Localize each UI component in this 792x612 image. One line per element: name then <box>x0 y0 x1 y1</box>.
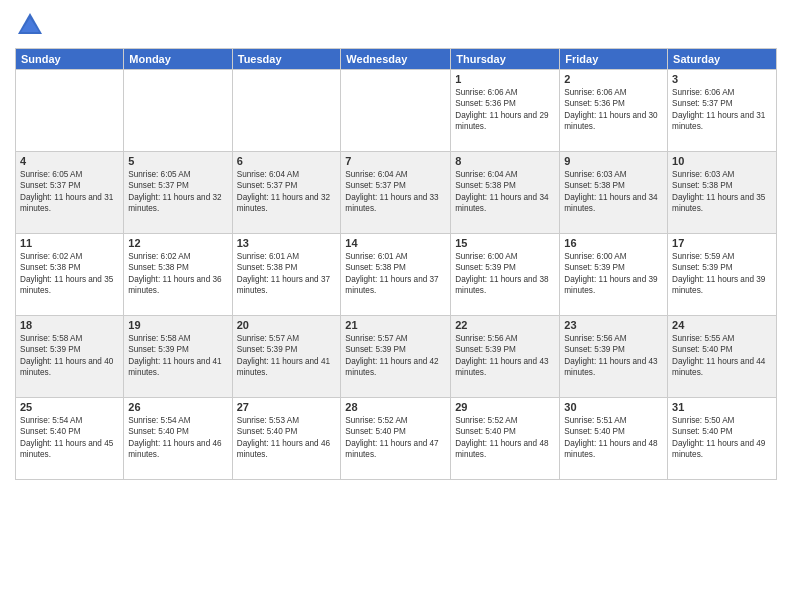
day-info: Sunrise: 6:02 AM Sunset: 5:38 PM Dayligh… <box>128 251 227 297</box>
day-number: 26 <box>128 401 227 413</box>
calendar-cell: 8Sunrise: 6:04 AM Sunset: 5:38 PM Daylig… <box>451 152 560 234</box>
day-number: 8 <box>455 155 555 167</box>
day-number: 22 <box>455 319 555 331</box>
day-number: 1 <box>455 73 555 85</box>
calendar-cell: 31Sunrise: 5:50 AM Sunset: 5:40 PM Dayli… <box>668 398 777 480</box>
day-info: Sunrise: 6:04 AM Sunset: 5:37 PM Dayligh… <box>345 169 446 215</box>
calendar-cell: 10Sunrise: 6:03 AM Sunset: 5:38 PM Dayli… <box>668 152 777 234</box>
day-info: Sunrise: 5:54 AM Sunset: 5:40 PM Dayligh… <box>20 415 119 461</box>
day-info: Sunrise: 5:55 AM Sunset: 5:40 PM Dayligh… <box>672 333 772 379</box>
day-info: Sunrise: 5:52 AM Sunset: 5:40 PM Dayligh… <box>345 415 446 461</box>
day-info: Sunrise: 5:54 AM Sunset: 5:40 PM Dayligh… <box>128 415 227 461</box>
calendar-cell: 20Sunrise: 5:57 AM Sunset: 5:39 PM Dayli… <box>232 316 341 398</box>
calendar-cell: 23Sunrise: 5:56 AM Sunset: 5:39 PM Dayli… <box>560 316 668 398</box>
day-number: 18 <box>20 319 119 331</box>
day-info: Sunrise: 5:56 AM Sunset: 5:39 PM Dayligh… <box>564 333 663 379</box>
weekday-header-row: SundayMondayTuesdayWednesdayThursdayFrid… <box>16 49 777 70</box>
day-info: Sunrise: 6:02 AM Sunset: 5:38 PM Dayligh… <box>20 251 119 297</box>
day-number: 30 <box>564 401 663 413</box>
week-row-3: 11Sunrise: 6:02 AM Sunset: 5:38 PM Dayli… <box>16 234 777 316</box>
calendar-cell: 14Sunrise: 6:01 AM Sunset: 5:38 PM Dayli… <box>341 234 451 316</box>
day-info: Sunrise: 5:56 AM Sunset: 5:39 PM Dayligh… <box>455 333 555 379</box>
weekday-header-friday: Friday <box>560 49 668 70</box>
day-number: 3 <box>672 73 772 85</box>
day-number: 9 <box>564 155 663 167</box>
day-number: 12 <box>128 237 227 249</box>
calendar-cell: 16Sunrise: 6:00 AM Sunset: 5:39 PM Dayli… <box>560 234 668 316</box>
day-number: 25 <box>20 401 119 413</box>
calendar-cell: 18Sunrise: 5:58 AM Sunset: 5:39 PM Dayli… <box>16 316 124 398</box>
day-number: 21 <box>345 319 446 331</box>
day-number: 17 <box>672 237 772 249</box>
calendar-cell: 6Sunrise: 6:04 AM Sunset: 5:37 PM Daylig… <box>232 152 341 234</box>
calendar-cell: 19Sunrise: 5:58 AM Sunset: 5:39 PM Dayli… <box>124 316 232 398</box>
logo-icon <box>15 10 45 40</box>
day-number: 15 <box>455 237 555 249</box>
day-info: Sunrise: 5:53 AM Sunset: 5:40 PM Dayligh… <box>237 415 337 461</box>
day-info: Sunrise: 5:57 AM Sunset: 5:39 PM Dayligh… <box>345 333 446 379</box>
day-number: 31 <box>672 401 772 413</box>
calendar-cell: 26Sunrise: 5:54 AM Sunset: 5:40 PM Dayli… <box>124 398 232 480</box>
weekday-header-wednesday: Wednesday <box>341 49 451 70</box>
day-info: Sunrise: 5:59 AM Sunset: 5:39 PM Dayligh… <box>672 251 772 297</box>
calendar-cell: 12Sunrise: 6:02 AM Sunset: 5:38 PM Dayli… <box>124 234 232 316</box>
day-number: 5 <box>128 155 227 167</box>
week-row-2: 4Sunrise: 6:05 AM Sunset: 5:37 PM Daylig… <box>16 152 777 234</box>
weekday-header-tuesday: Tuesday <box>232 49 341 70</box>
day-number: 28 <box>345 401 446 413</box>
calendar-cell: 3Sunrise: 6:06 AM Sunset: 5:37 PM Daylig… <box>668 70 777 152</box>
weekday-header-sunday: Sunday <box>16 49 124 70</box>
day-info: Sunrise: 5:57 AM Sunset: 5:39 PM Dayligh… <box>237 333 337 379</box>
weekday-header-saturday: Saturday <box>668 49 777 70</box>
calendar-cell: 21Sunrise: 5:57 AM Sunset: 5:39 PM Dayli… <box>341 316 451 398</box>
day-number: 24 <box>672 319 772 331</box>
calendar-cell: 24Sunrise: 5:55 AM Sunset: 5:40 PM Dayli… <box>668 316 777 398</box>
weekday-header-monday: Monday <box>124 49 232 70</box>
day-number: 23 <box>564 319 663 331</box>
weekday-header-thursday: Thursday <box>451 49 560 70</box>
logo <box>15 10 47 40</box>
day-info: Sunrise: 6:01 AM Sunset: 5:38 PM Dayligh… <box>237 251 337 297</box>
day-info: Sunrise: 5:50 AM Sunset: 5:40 PM Dayligh… <box>672 415 772 461</box>
day-number: 6 <box>237 155 337 167</box>
day-info: Sunrise: 6:03 AM Sunset: 5:38 PM Dayligh… <box>672 169 772 215</box>
calendar-cell: 15Sunrise: 6:00 AM Sunset: 5:39 PM Dayli… <box>451 234 560 316</box>
week-row-4: 18Sunrise: 5:58 AM Sunset: 5:39 PM Dayli… <box>16 316 777 398</box>
day-info: Sunrise: 5:52 AM Sunset: 5:40 PM Dayligh… <box>455 415 555 461</box>
day-number: 20 <box>237 319 337 331</box>
day-number: 7 <box>345 155 446 167</box>
calendar-cell: 28Sunrise: 5:52 AM Sunset: 5:40 PM Dayli… <box>341 398 451 480</box>
calendar-cell <box>16 70 124 152</box>
calendar-cell: 30Sunrise: 5:51 AM Sunset: 5:40 PM Dayli… <box>560 398 668 480</box>
day-info: Sunrise: 6:06 AM Sunset: 5:36 PM Dayligh… <box>564 87 663 133</box>
day-info: Sunrise: 5:58 AM Sunset: 5:39 PM Dayligh… <box>20 333 119 379</box>
calendar-cell: 25Sunrise: 5:54 AM Sunset: 5:40 PM Dayli… <box>16 398 124 480</box>
day-number: 4 <box>20 155 119 167</box>
day-info: Sunrise: 6:06 AM Sunset: 5:36 PM Dayligh… <box>455 87 555 133</box>
week-row-1: 1Sunrise: 6:06 AM Sunset: 5:36 PM Daylig… <box>16 70 777 152</box>
calendar: SundayMondayTuesdayWednesdayThursdayFrid… <box>15 48 777 480</box>
calendar-cell: 13Sunrise: 6:01 AM Sunset: 5:38 PM Dayli… <box>232 234 341 316</box>
day-info: Sunrise: 6:00 AM Sunset: 5:39 PM Dayligh… <box>455 251 555 297</box>
day-number: 27 <box>237 401 337 413</box>
calendar-cell: 7Sunrise: 6:04 AM Sunset: 5:37 PM Daylig… <box>341 152 451 234</box>
day-number: 16 <box>564 237 663 249</box>
day-info: Sunrise: 6:05 AM Sunset: 5:37 PM Dayligh… <box>128 169 227 215</box>
calendar-cell: 17Sunrise: 5:59 AM Sunset: 5:39 PM Dayli… <box>668 234 777 316</box>
calendar-cell <box>124 70 232 152</box>
day-info: Sunrise: 6:01 AM Sunset: 5:38 PM Dayligh… <box>345 251 446 297</box>
day-number: 29 <box>455 401 555 413</box>
day-info: Sunrise: 6:00 AM Sunset: 5:39 PM Dayligh… <box>564 251 663 297</box>
day-number: 10 <box>672 155 772 167</box>
calendar-cell <box>341 70 451 152</box>
day-number: 13 <box>237 237 337 249</box>
calendar-cell: 5Sunrise: 6:05 AM Sunset: 5:37 PM Daylig… <box>124 152 232 234</box>
calendar-cell <box>232 70 341 152</box>
page: SundayMondayTuesdayWednesdayThursdayFrid… <box>0 0 792 612</box>
calendar-cell: 9Sunrise: 6:03 AM Sunset: 5:38 PM Daylig… <box>560 152 668 234</box>
day-info: Sunrise: 5:51 AM Sunset: 5:40 PM Dayligh… <box>564 415 663 461</box>
calendar-cell: 22Sunrise: 5:56 AM Sunset: 5:39 PM Dayli… <box>451 316 560 398</box>
header <box>15 10 777 40</box>
day-number: 11 <box>20 237 119 249</box>
calendar-cell: 2Sunrise: 6:06 AM Sunset: 5:36 PM Daylig… <box>560 70 668 152</box>
